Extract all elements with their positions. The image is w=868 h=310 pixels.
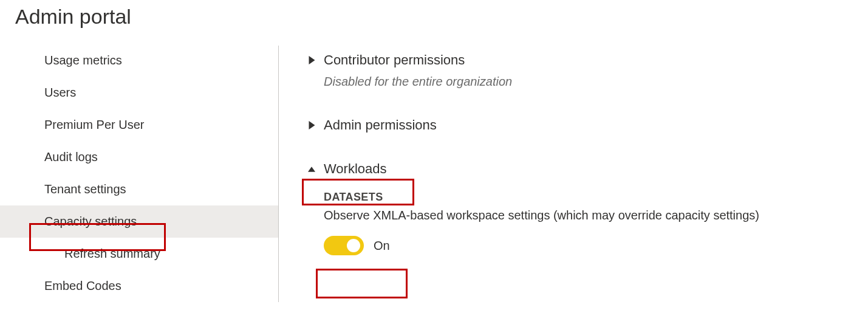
section-contributor-permissions[interactable]: Contributor permissions bbox=[308, 49, 868, 71]
svg-marker-1 bbox=[309, 121, 315, 129]
sidebar-item-label: Audit logs bbox=[44, 150, 98, 164]
svg-marker-2 bbox=[308, 167, 315, 172]
sidebar-item-label: Usage metrics bbox=[44, 53, 122, 67]
sidebar-item-label: Premium Per User bbox=[44, 118, 144, 132]
datasets-heading: DATASETS bbox=[324, 191, 868, 204]
sidebar-item-refresh-summary[interactable]: Refresh summary bbox=[0, 238, 278, 270]
chevron-right-icon bbox=[308, 121, 315, 129]
contributor-status-text: Disabled for the entire organization bbox=[324, 75, 868, 89]
sidebar-item-premium-per-user[interactable]: Premium Per User bbox=[0, 109, 278, 141]
sidebar-item-usage-metrics[interactable]: Usage metrics bbox=[0, 44, 278, 77]
sidebar-item-label: Tenant settings bbox=[44, 182, 126, 196]
sidebar-item-users[interactable]: Users bbox=[0, 77, 278, 109]
toggle-row: On bbox=[324, 236, 868, 255]
content-pane: Contributor permissions Disabled for the… bbox=[279, 44, 868, 255]
sidebar-item-label: Embed Codes bbox=[44, 279, 121, 293]
section-label: Contributor permissions bbox=[324, 52, 465, 68]
section-admin-permissions[interactable]: Admin permissions bbox=[308, 114, 868, 136]
chevron-right-icon bbox=[308, 56, 315, 64]
observe-xmla-toggle[interactable] bbox=[324, 236, 364, 255]
sidebar-item-label: Users bbox=[44, 86, 76, 100]
toggle-knob bbox=[347, 239, 360, 252]
section-label: Workloads bbox=[324, 161, 387, 177]
sidebar-item-label: Refresh summary bbox=[64, 247, 160, 261]
chevron-up-icon bbox=[308, 166, 315, 173]
sidebar-item-tenant-settings[interactable]: Tenant settings bbox=[0, 173, 278, 205]
sidebar-nav: Usage metrics Users Premium Per User Aud… bbox=[0, 44, 278, 302]
section-workloads[interactable]: Workloads bbox=[308, 158, 868, 180]
page-title: Admin portal bbox=[15, 5, 868, 29]
sidebar-item-label: Capacity settings bbox=[44, 215, 137, 229]
sidebar-item-audit-logs[interactable]: Audit logs bbox=[0, 141, 278, 173]
section-label: Admin permissions bbox=[324, 117, 437, 133]
body-row: Usage metrics Users Premium Per User Aud… bbox=[0, 44, 868, 302]
sidebar-item-capacity-settings[interactable]: Capacity settings bbox=[0, 205, 278, 238]
sidebar-item-embed-codes[interactable]: Embed Codes bbox=[0, 270, 278, 302]
toggle-state-label: On bbox=[374, 239, 390, 253]
datasets-group: DATASETS Observe XMLA-based workspace se… bbox=[324, 191, 868, 255]
svg-marker-0 bbox=[309, 56, 315, 64]
datasets-description: Observe XMLA-based workspace settings (w… bbox=[324, 208, 868, 222]
